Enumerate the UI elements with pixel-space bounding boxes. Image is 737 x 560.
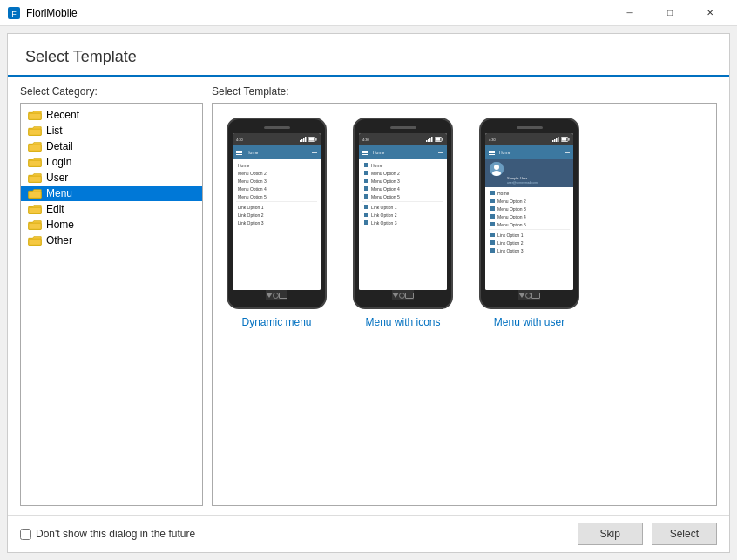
- dialog-footer: Don't show this dialog in the future Ski…: [8, 515, 729, 552]
- battery-icon: [308, 137, 317, 142]
- recents-btn: [405, 293, 414, 299]
- template-item-dynamic-menu[interactable]: 4:30 Home: [227, 118, 327, 328]
- svg-rect-17: [316, 138, 317, 141]
- menu-screen: Home Sample User user@someemail.com Home…: [485, 145, 573, 290]
- svg-rect-13: [303, 138, 305, 143]
- menu-row-icon: [364, 194, 368, 199]
- menu-row: Home: [362, 161, 443, 169]
- phone-screen: 4:30 Home: [359, 133, 447, 290]
- svg-rect-11: [300, 140, 301, 142]
- template-label-menu-with-icons: Menu with icons: [365, 316, 440, 328]
- menu-row: Link Option 3: [236, 219, 317, 226]
- skip-button[interactable]: Skip: [578, 523, 643, 545]
- menu-row-icon: [364, 163, 368, 167]
- templates-area: 4:30 Home: [212, 103, 717, 506]
- home-btn: [525, 293, 531, 299]
- dont-show-label[interactable]: Don't show this dialog in the future: [20, 528, 195, 540]
- menu-row: Menu Option 4: [236, 185, 317, 192]
- menu-row-text: Link Option 2: [497, 240, 523, 246]
- dialog-header: Select Template: [8, 34, 729, 77]
- category-item-detail[interactable]: Detail: [21, 138, 202, 154]
- menu-row: Link Option 2: [236, 211, 317, 219]
- menu-row-icon: [490, 248, 495, 253]
- category-item-list[interactable]: List: [21, 123, 202, 138]
- menu-row: Menu Option 4: [362, 185, 443, 192]
- app-bar: Home: [233, 145, 321, 159]
- menu-row-text: Menu Option 2: [371, 171, 400, 176]
- template-item-menu-with-icons[interactable]: 4:30 Home: [353, 118, 453, 328]
- category-list: Recent List Detail Login User Menu Edit …: [20, 103, 203, 506]
- app-bar: Home: [359, 145, 447, 159]
- back-btn: [518, 293, 525, 298]
- category-item-recent[interactable]: Recent: [21, 107, 202, 123]
- dont-show-text: Don't show this dialog in the future: [36, 528, 195, 540]
- phone-bottom-nav: [266, 290, 287, 300]
- category-item-menu[interactable]: Menu: [21, 186, 202, 201]
- menu-row-text: Menu Option 2: [497, 199, 526, 204]
- folder-icon: [28, 235, 42, 246]
- category-label-recent: Recent: [46, 109, 79, 121]
- dialog-title: Select Template: [25, 48, 137, 65]
- template-item-menu-with-user[interactable]: 4:30 Home: [479, 118, 579, 328]
- menu-row-text: Link Option 2: [371, 213, 396, 218]
- menu-row-text: Link Option 1: [238, 205, 263, 210]
- menu-row-icon: [364, 171, 368, 175]
- menu-row-icon: [364, 213, 368, 217]
- close-button[interactable]: ✕: [690, 0, 730, 26]
- recents-btn: [279, 293, 287, 299]
- svg-text:F: F: [11, 10, 17, 18]
- folder-icon: [28, 204, 42, 215]
- menu-row-icon: [490, 233, 495, 237]
- svg-rect-2: [29, 113, 41, 119]
- dont-show-checkbox[interactable]: [20, 529, 31, 540]
- svg-point-40: [568, 152, 570, 153]
- status-icons: [552, 137, 570, 142]
- category-item-user[interactable]: User: [21, 170, 202, 186]
- menu-row-text: Home: [238, 163, 249, 168]
- menu-row-text: Menu Option 3: [371, 179, 400, 184]
- menu-row: Menu Option 5: [236, 192, 317, 200]
- menu-row-icon: [364, 205, 368, 209]
- svg-rect-32: [554, 139, 556, 142]
- svg-rect-4: [29, 145, 41, 151]
- menu-row: Menu Option 2: [236, 169, 317, 177]
- category-label-home: Home: [46, 219, 74, 231]
- more-icon: [565, 150, 570, 155]
- menu-row: Menu Option 4: [489, 213, 570, 220]
- category-item-login[interactable]: Login: [21, 154, 202, 170]
- home-btn: [273, 293, 279, 299]
- signal-icon: [552, 137, 559, 142]
- menu-list: HomeMenu Option 2Menu Option 3Menu Optio…: [359, 159, 447, 290]
- phone-status-bar: 4:30: [359, 133, 447, 145]
- phone-bottom-nav: [518, 290, 540, 300]
- menu-row: Link Option 1: [362, 203, 443, 211]
- maximize-button[interactable]: □: [650, 0, 690, 26]
- menu-divider: [236, 201, 317, 202]
- minimize-button[interactable]: ─: [610, 0, 650, 26]
- category-item-edit[interactable]: Edit: [21, 201, 202, 217]
- status-time: 4:30: [489, 138, 496, 142]
- menu-row: Menu Option 2: [362, 169, 443, 177]
- svg-rect-10: [29, 239, 41, 245]
- select-button[interactable]: Select: [652, 523, 717, 545]
- svg-point-38: [565, 152, 566, 153]
- status-icons: [426, 137, 443, 142]
- phone-mockup-dynamic-menu: 4:30 Home: [227, 118, 327, 309]
- menu-row: Menu Option 3: [236, 177, 317, 185]
- folder-icon: [28, 110, 42, 121]
- folder-icon: [28, 172, 42, 184]
- category-item-other[interactable]: Other: [21, 233, 202, 248]
- user-header: Sample User user@someemail.com: [485, 159, 573, 187]
- battery-icon: [561, 137, 570, 142]
- menu-row-text: Menu Option 2: [238, 171, 267, 176]
- window-controls: ─ □ ✕: [610, 0, 730, 26]
- hamburger-icon: [489, 151, 495, 155]
- category-item-home[interactable]: Home: [21, 217, 202, 233]
- svg-point-42: [494, 165, 499, 170]
- category-label: Select Category:: [20, 85, 203, 98]
- menu-row-text: Menu Option 4: [238, 186, 267, 192]
- svg-rect-36: [562, 138, 567, 140]
- svg-point-20: [315, 152, 317, 153]
- menu-row-text: Link Option 3: [497, 248, 523, 253]
- svg-rect-24: [431, 137, 433, 142]
